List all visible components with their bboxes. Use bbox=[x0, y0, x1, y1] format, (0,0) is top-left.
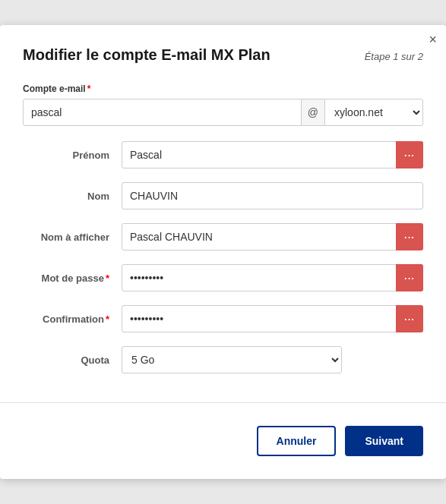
confirmation-input-wrapper: ··· bbox=[122, 305, 423, 332]
modal-footer: Annuler Suivant bbox=[0, 411, 446, 464]
email-section-label: Compte e-mail* bbox=[23, 83, 423, 94]
password-input-wrapper: ··· bbox=[122, 264, 423, 291]
nom-label: Nom bbox=[23, 191, 122, 202]
prenom-dots-icon: ··· bbox=[404, 150, 415, 161]
prenom-label: Prénom bbox=[23, 150, 122, 161]
display-name-dots-icon: ··· bbox=[404, 232, 415, 243]
confirmation-row: Confirmation* ··· bbox=[23, 305, 423, 332]
prenom-input-wrapper: ··· bbox=[122, 141, 423, 169]
confirmation-required: * bbox=[106, 313, 109, 325]
quota-label: Quota bbox=[23, 354, 122, 366]
prenom-row: Prénom ··· bbox=[23, 141, 423, 169]
nom-row: Nom bbox=[23, 182, 423, 209]
modal-dialog: × Modifier le compte E-mail MX Plan Étap… bbox=[0, 25, 446, 479]
password-required: * bbox=[106, 272, 109, 284]
required-indicator: * bbox=[87, 83, 91, 94]
close-button[interactable]: × bbox=[429, 33, 437, 46]
modal-header: Modifier le compte E-mail MX Plan Étape … bbox=[0, 25, 446, 76]
confirmation-dots-icon: ··· bbox=[404, 313, 415, 325]
prenom-input[interactable] bbox=[122, 141, 423, 169]
email-domain-select[interactable]: xyloon.net bbox=[324, 99, 423, 126]
modal-title: Modifier le compte E-mail MX Plan bbox=[23, 46, 270, 64]
quota-select-wrapper: 5 Go 10 Go 25 Go 50 Go bbox=[122, 346, 423, 373]
confirmation-input[interactable] bbox=[122, 305, 423, 332]
display-name-input-wrapper: ··· bbox=[122, 223, 423, 250]
footer-divider bbox=[0, 402, 446, 403]
modal-step: Étape 1 sur 2 bbox=[365, 51, 423, 62]
password-addon-button[interactable]: ··· bbox=[396, 264, 423, 291]
quota-select[interactable]: 5 Go 10 Go 25 Go 50 Go bbox=[122, 346, 342, 373]
display-name-label: Nom à afficher bbox=[23, 232, 122, 243]
password-label: Mot de passe* bbox=[23, 272, 122, 284]
email-local-input[interactable] bbox=[23, 99, 302, 126]
confirmation-addon-button[interactable]: ··· bbox=[396, 305, 423, 332]
quota-row: Quota 5 Go 10 Go 25 Go 50 Go bbox=[23, 346, 423, 373]
password-input[interactable] bbox=[122, 264, 423, 291]
password-dots-icon: ··· bbox=[404, 272, 415, 284]
password-row: Mot de passe* ··· bbox=[23, 264, 423, 291]
email-row: @ xyloon.net bbox=[23, 99, 423, 126]
display-name-row: Nom à afficher ··· bbox=[23, 223, 423, 250]
prenom-addon-button[interactable]: ··· bbox=[396, 141, 423, 169]
confirmation-label: Confirmation* bbox=[23, 313, 122, 325]
email-at-symbol: @ bbox=[302, 99, 324, 126]
display-name-addon-button[interactable]: ··· bbox=[396, 223, 423, 250]
cancel-button[interactable]: Annuler bbox=[257, 426, 337, 456]
modal-body: Compte e-mail* @ xyloon.net Prénom ··· N… bbox=[0, 76, 446, 402]
next-button[interactable]: Suivant bbox=[345, 426, 423, 456]
nom-input[interactable] bbox=[122, 182, 423, 209]
display-name-input[interactable] bbox=[122, 223, 423, 250]
nom-input-wrapper bbox=[122, 182, 423, 209]
